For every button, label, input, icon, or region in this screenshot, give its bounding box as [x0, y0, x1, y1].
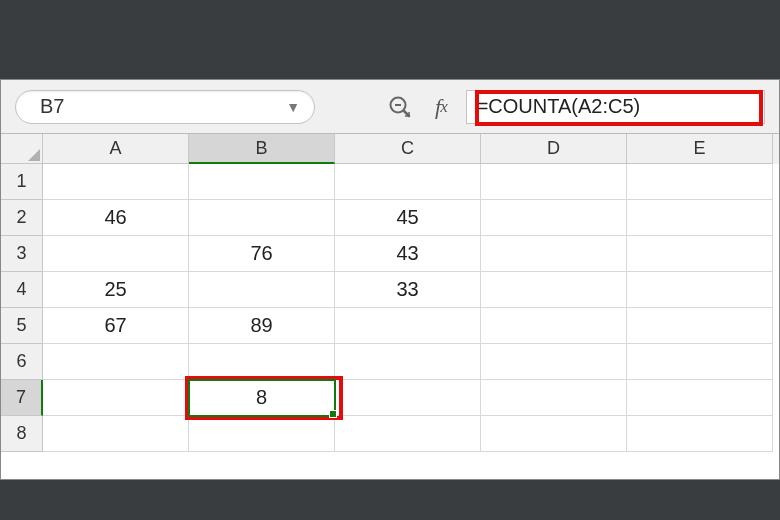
cell-C4[interactable]: 33 [335, 272, 481, 308]
name-box-value: B7 [40, 95, 64, 118]
row-4: 4 25 33 [1, 272, 779, 308]
cell-E6[interactable] [627, 344, 773, 380]
select-all-corner[interactable] [1, 134, 43, 164]
col-header-A[interactable]: A [43, 134, 189, 164]
cell-C6[interactable] [335, 344, 481, 380]
cell-D1[interactable] [481, 164, 627, 200]
cell-B8[interactable] [189, 416, 335, 452]
cell-C7[interactable] [335, 380, 481, 416]
cell-A4[interactable]: 25 [43, 272, 189, 308]
spreadsheet-window: B7 ▼ fx A B C D E 1 [0, 79, 780, 480]
cell-C8[interactable] [335, 416, 481, 452]
row-5: 5 67 89 [1, 308, 779, 344]
cell-A2[interactable]: 46 [43, 200, 189, 236]
row-header-4[interactable]: 4 [1, 272, 43, 308]
cell-C1[interactable] [335, 164, 481, 200]
row-8: 8 [1, 416, 779, 452]
zoom-icon[interactable] [385, 92, 415, 122]
grid: A B C D E 1 2 46 45 3 76 43 [1, 134, 779, 452]
col-header-C[interactable]: C [335, 134, 481, 164]
cell-E8[interactable] [627, 416, 773, 452]
cell-E5[interactable] [627, 308, 773, 344]
cell-D7[interactable] [481, 380, 627, 416]
column-header-row: A B C D E [1, 134, 779, 164]
cell-B4[interactable] [189, 272, 335, 308]
formula-input-container [466, 90, 765, 124]
col-header-E[interactable]: E [627, 134, 773, 164]
row-header-5[interactable]: 5 [1, 308, 43, 344]
row-header-8[interactable]: 8 [1, 416, 43, 452]
row-header-2[interactable]: 2 [1, 200, 43, 236]
chevron-down-icon[interactable]: ▼ [286, 99, 300, 115]
cell-D8[interactable] [481, 416, 627, 452]
cell-D5[interactable] [481, 308, 627, 344]
cell-A3[interactable] [43, 236, 189, 272]
cell-C5[interactable] [335, 308, 481, 344]
cell-E7[interactable] [627, 380, 773, 416]
cell-A1[interactable] [43, 164, 189, 200]
formula-input[interactable] [466, 90, 765, 124]
formula-bar: B7 ▼ fx [1, 80, 779, 134]
name-box[interactable]: B7 ▼ [15, 90, 315, 124]
cell-B5[interactable]: 89 [189, 308, 335, 344]
row-1: 1 [1, 164, 779, 200]
cell-D3[interactable] [481, 236, 627, 272]
cell-D2[interactable] [481, 200, 627, 236]
cell-A8[interactable] [43, 416, 189, 452]
row-header-7[interactable]: 7 [1, 380, 43, 416]
cell-E1[interactable] [627, 164, 773, 200]
row-7: 7 8 [1, 380, 779, 416]
cell-B3[interactable]: 76 [189, 236, 335, 272]
cell-A5[interactable]: 67 [43, 308, 189, 344]
row-2: 2 46 45 [1, 200, 779, 236]
col-header-D[interactable]: D [481, 134, 627, 164]
cell-A6[interactable] [43, 344, 189, 380]
cell-B1[interactable] [189, 164, 335, 200]
col-header-B[interactable]: B [189, 134, 335, 164]
cell-E2[interactable] [627, 200, 773, 236]
row-header-6[interactable]: 6 [1, 344, 43, 380]
cell-A7[interactable] [43, 380, 189, 416]
cell-B6[interactable] [189, 344, 335, 380]
cell-C2[interactable]: 45 [335, 200, 481, 236]
row-header-3[interactable]: 3 [1, 236, 43, 272]
cell-E4[interactable] [627, 272, 773, 308]
cell-C3[interactable]: 43 [335, 236, 481, 272]
row-6: 6 [1, 344, 779, 380]
row-header-1[interactable]: 1 [1, 164, 43, 200]
cell-D6[interactable] [481, 344, 627, 380]
cell-B2[interactable] [189, 200, 335, 236]
row-3: 3 76 43 [1, 236, 779, 272]
cell-E3[interactable] [627, 236, 773, 272]
cell-B7[interactable]: 8 [189, 380, 335, 416]
fx-icon[interactable]: fx [435, 94, 448, 120]
cell-D4[interactable] [481, 272, 627, 308]
